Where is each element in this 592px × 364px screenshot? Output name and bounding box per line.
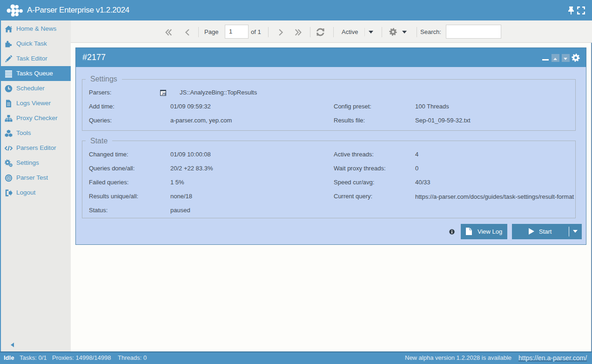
svg-text:JS: JS bbox=[161, 92, 166, 96]
